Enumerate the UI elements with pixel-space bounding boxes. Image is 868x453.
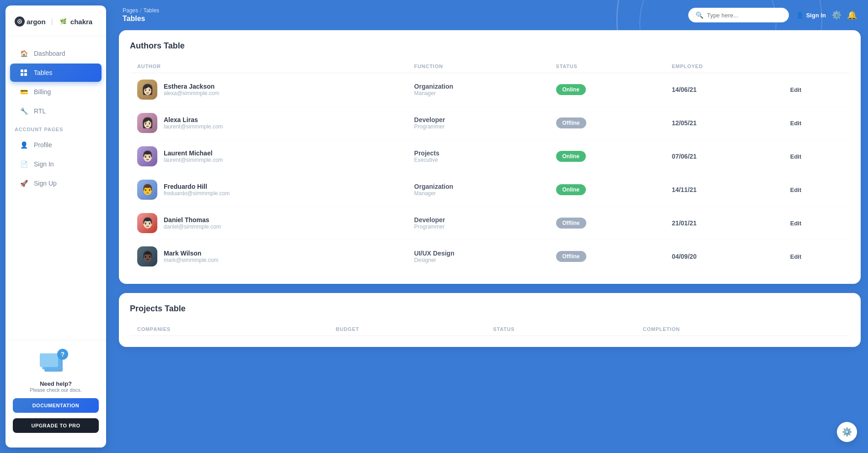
search-input[interactable] (707, 12, 782, 19)
sidebar-item-profile[interactable]: 👤 Profile (10, 136, 102, 154)
authors-table-body: 👩🏻 Esthera Jackson alexa@simmmple.com Or… (130, 73, 850, 273)
action-cell-4: Edit (783, 207, 850, 240)
author-avatar-3: 👨 (137, 180, 157, 200)
function-sub-2: Executive (414, 157, 541, 163)
notifications-button[interactable]: 🔔 (847, 10, 857, 20)
sidebar-item-rtl[interactable]: 🔧 RTL (10, 102, 102, 120)
logo-divider: | (51, 17, 53, 26)
function-cell-0: Organization Manager (407, 73, 549, 107)
author-avatar-5: 👨🏿 (137, 246, 157, 266)
authors-table-title: Authors Table (130, 41, 850, 51)
sidebar-item-dashboard[interactable]: 🏠 Dashboard (10, 44, 102, 63)
argon-icon (15, 16, 25, 27)
svg-rect-2 (21, 69, 23, 72)
table-row: 👩🏻 Alexa Liras laurent@simmmple.com Deve… (130, 107, 850, 140)
author-name-1: Alexa Liras (164, 116, 223, 123)
sidebar-item-signup[interactable]: 🚀 Sign Up (10, 174, 102, 192)
signup-icon: 🚀 (19, 179, 28, 188)
status-badge-3: Online (556, 184, 586, 195)
sign-in-button[interactable]: 👤 Sign In (796, 12, 826, 19)
author-email-2: laurent@simmmple.com (164, 157, 223, 163)
svg-rect-4 (21, 73, 23, 76)
author-cell-0: 👩🏻 Esthera Jackson alexa@simmmple.com (130, 73, 407, 107)
author-email-0: alexa@simmmple.com (164, 90, 220, 96)
sidebar-item-label: Sign In (34, 160, 54, 168)
employed-cell-4: 21/01/21 (664, 207, 783, 240)
upgrade-button[interactable]: UPGRADE TO PRO (13, 418, 99, 433)
help-title: Need help? Please check our docs. (30, 380, 82, 393)
profile-icon: 👤 (19, 140, 28, 149)
search-bar: 🔍 (688, 8, 789, 22)
svg-text:?: ? (61, 351, 65, 358)
home-icon: 🏠 (19, 49, 28, 58)
edit-button-3[interactable]: Edit (790, 187, 802, 193)
svg-rect-5 (24, 73, 27, 76)
employed-date-5: 04/09/20 (672, 253, 697, 260)
function-sub-3: Manager (414, 190, 541, 197)
author-avatar-2: 👨🏻 (137, 146, 157, 166)
function-cell-3: Organization Manager (407, 173, 549, 207)
edit-button-4[interactable]: Edit (790, 220, 802, 227)
status-cell-1: Offline (549, 107, 664, 140)
edit-button-1[interactable]: Edit (790, 120, 802, 127)
search-icon: 🔍 (696, 11, 703, 19)
author-email-1: laurent@simmmple.com (164, 123, 223, 130)
employed-cell-5: 04/09/20 (664, 240, 783, 273)
function-cell-5: UI/UX Design Designer (407, 240, 549, 273)
argon-logo: argon (15, 16, 46, 27)
projects-table-head: COMPANIES BUDGET STATUS COMPLETION (130, 323, 850, 336)
svg-rect-3 (24, 69, 27, 72)
action-cell-1: Edit (783, 107, 850, 140)
author-cell-3: 👨 Freduardo Hill freduardo@simmmple.com (130, 173, 407, 207)
table-icon (19, 68, 28, 77)
sidebar-item-label: Tables (34, 69, 52, 76)
settings-header-button[interactable]: ⚙️ (831, 10, 841, 20)
employed-cell-2: 07/06/21 (664, 140, 783, 173)
authors-table: AUTHOR FUNCTION STATUS EMPLOYED 👩🏻 Est (130, 60, 850, 273)
edit-button-5[interactable]: Edit (790, 253, 802, 260)
col-budget: BUDGET (328, 323, 486, 336)
author-avatar-4: 👨🏻 (137, 213, 157, 233)
status-badge-4: Offline (556, 218, 586, 229)
sidebar-nav: 🏠 Dashboard Tables 💳 Billing 🔧 RTL ACCOU… (5, 36, 106, 340)
author-avatar-1: 👩🏻 (137, 113, 157, 133)
svg-rect-8 (40, 353, 58, 367)
employed-date-1: 12/05/21 (672, 119, 697, 127)
rtl-icon: 🔧 (19, 107, 28, 116)
projects-table: COMPANIES BUDGET STATUS COMPLETION (130, 323, 850, 336)
function-cell-4: Developer Programmer (407, 207, 549, 240)
authors-table-head: AUTHOR FUNCTION STATUS EMPLOYED (130, 60, 850, 73)
table-row: 👨🏻 Daniel Thomas daniel@simmmple.com Dev… (130, 207, 850, 240)
sidebar: argon | 🌿 chakra 🏠 Dashboard Tables (5, 5, 106, 448)
author-email-5: mark@simmmple.com (164, 257, 219, 263)
employed-cell-3: 14/11/21 (664, 173, 783, 207)
employed-date-2: 07/06/21 (672, 153, 697, 160)
action-cell-2: Edit (783, 140, 850, 173)
content-area: Authors Table AUTHOR FUNCTION STATUS EMP… (112, 30, 868, 453)
sidebar-item-signin[interactable]: 📄 Sign In (10, 155, 102, 173)
chakra-icon: 🌿 (59, 16, 69, 27)
edit-button-2[interactable]: Edit (790, 153, 802, 160)
function-title-2: Projects (414, 149, 541, 157)
col-employed: EMPLOYED (664, 60, 783, 73)
sidebar-item-label: RTL (34, 107, 46, 115)
function-title-1: Developer (414, 116, 541, 123)
projects-table-title: Projects Table (130, 304, 850, 314)
author-cell-1: 👩🏻 Alexa Liras laurent@simmmple.com (130, 107, 407, 140)
function-title-5: UI/UX Design (414, 250, 541, 257)
col-actions (783, 60, 850, 73)
documentation-button[interactable]: DOCUMENTATION (13, 398, 99, 413)
sidebar-item-label: Profile (34, 141, 52, 149)
sidebar-item-tables[interactable]: Tables (10, 64, 102, 82)
breadcrumb: Pages / Tables Tables (123, 7, 159, 23)
col-function: FUNCTION (407, 60, 549, 73)
function-sub-1: Programmer (414, 123, 541, 130)
sidebar-item-billing[interactable]: 💳 Billing (10, 83, 102, 101)
function-sub-0: Manager (414, 90, 541, 96)
breadcrumb-pages: Pages (123, 7, 138, 14)
breadcrumb-current: Tables (143, 7, 159, 14)
table-row: 👨🏿 Mark Wilson mark@simmmple.com UI/UX D… (130, 240, 850, 273)
billing-icon: 💳 (19, 87, 28, 96)
edit-button-0[interactable]: Edit (790, 86, 802, 93)
col-completion: COMPLETION (635, 323, 850, 336)
